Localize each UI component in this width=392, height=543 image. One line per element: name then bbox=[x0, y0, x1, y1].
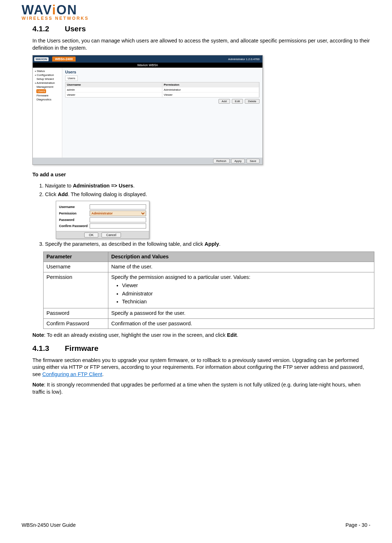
logo-tagline: WIRELESS NETWORKS bbox=[22, 16, 370, 21]
firmware-intro: The firmware section enables you to upgr… bbox=[32, 357, 370, 378]
table-row: Password Specify a password for the user… bbox=[44, 308, 374, 318]
shot-title-bar: Wavion WBSn bbox=[33, 63, 262, 68]
th-description: Description and Values bbox=[108, 252, 374, 262]
shot-sidebar: • Status • Configuration Setup Wizard • … bbox=[33, 68, 62, 158]
shot-header-right: Administrator 1.2.0.4700 bbox=[228, 58, 262, 61]
dlg-cancel-button[interactable]: Cancel bbox=[102, 232, 121, 237]
shot-product-tab: WBSn-2400 bbox=[52, 56, 76, 62]
step-1: Navigate to Administration => Users. bbox=[45, 182, 370, 189]
dlg-permission-select[interactable]: Administrator bbox=[90, 211, 146, 216]
dlg-username-input[interactable] bbox=[90, 204, 146, 209]
shot-add-button[interactable]: Add bbox=[218, 99, 230, 104]
shot-logo: WAViON bbox=[34, 57, 49, 61]
dlg-username-label: Username bbox=[59, 205, 90, 209]
users-note: Note: To edit an already existing user, … bbox=[32, 332, 370, 339]
shot-edit-button[interactable]: Edit bbox=[232, 99, 243, 104]
shot-users-tab: Users bbox=[65, 76, 78, 81]
shot-refresh-button[interactable]: Refresh bbox=[213, 159, 230, 163]
heading-firmware: 4.1.3Firmware bbox=[32, 344, 370, 353]
shot-save-button[interactable]: Save bbox=[247, 159, 260, 163]
parameters-table: Parameter Description and Values Usernam… bbox=[43, 252, 374, 329]
table-row: Confirm Password Confirmation of the use… bbox=[44, 318, 374, 329]
users-screenshot: WAViON WBSn-2400 Administrator 1.2.0.470… bbox=[32, 55, 263, 165]
footer-page-number: Page - 30 - bbox=[346, 522, 370, 528]
dlg-password-label: Password bbox=[59, 218, 90, 222]
page-footer: WBSn-2450 User Guide Page - 30 - bbox=[22, 522, 370, 528]
shot-delete-button[interactable]: Delete bbox=[245, 99, 260, 104]
firmware-note: Note: It is strongly recommended that up… bbox=[32, 381, 370, 395]
step-3: Specify the parameters, as described in … bbox=[45, 240, 370, 248]
add-user-title: To add a user bbox=[32, 171, 370, 178]
step-2: Click Add. The following dialog is displ… bbox=[45, 191, 370, 239]
users-intro: In the Users section, you can manage whi… bbox=[32, 37, 370, 51]
link-ftp-client[interactable]: Configuring an FTP Client bbox=[42, 371, 102, 377]
dlg-password-input[interactable] bbox=[90, 217, 146, 222]
add-user-steps: Navigate to Administration => Users. Cli… bbox=[40, 182, 370, 248]
table-row: Permission Specify the permission assign… bbox=[44, 272, 374, 308]
dlg-confirm-label: Confirm Password bbox=[59, 224, 90, 228]
shot-body-title: Users bbox=[65, 70, 260, 74]
shot-users-grid: UsernamePermission adminAdministrator vi… bbox=[65, 82, 260, 98]
add-user-dialog: Username Permission Administrator Passwo… bbox=[56, 201, 149, 239]
shot-apply-button[interactable]: Apply bbox=[231, 159, 245, 163]
heading-users: 4.1.2Users bbox=[32, 24, 370, 33]
dlg-permission-label: Permission bbox=[59, 211, 90, 216]
th-parameter: Parameter bbox=[44, 252, 108, 262]
brand-logo: WAViON WIRELESS NETWORKS bbox=[22, 4, 370, 21]
footer-doc-title: WBSn-2450 User Guide bbox=[22, 522, 76, 528]
table-row: Username Name of the user. bbox=[44, 262, 374, 272]
dlg-confirm-input[interactable] bbox=[90, 223, 146, 228]
logo-wordmark: WAViON bbox=[22, 4, 370, 17]
dlg-ok-button[interactable]: OK bbox=[84, 232, 98, 237]
